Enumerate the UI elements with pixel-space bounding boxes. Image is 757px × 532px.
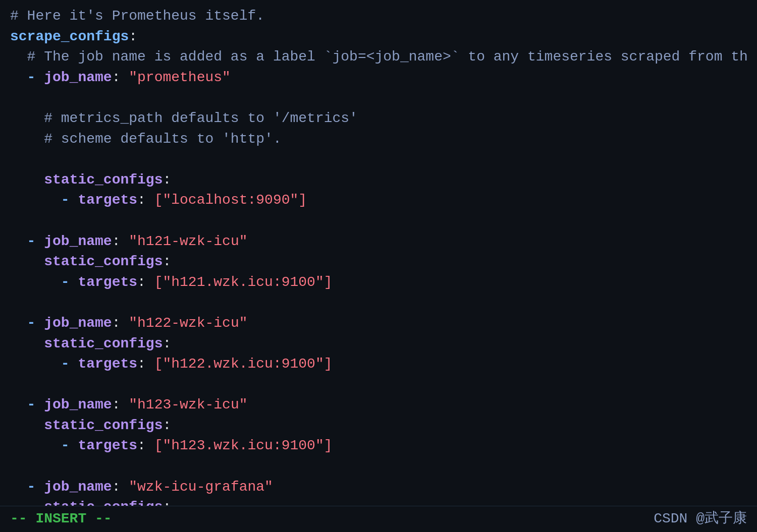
line-4: - job_name: "prometheus" — [10, 68, 747, 88]
watermark-text: CSDN @武子康 — [654, 509, 747, 529]
line-18: - targets: ["h122.wzk.icu:9100"] — [10, 354, 747, 375]
status-bar: -- INSERT -- CSDN @武子康 — [0, 506, 757, 532]
line-21: static_configs: — [10, 416, 747, 436]
line-14: - targets: ["h121.wzk.icu:9100"] — [10, 272, 747, 293]
line-10: - targets: ["localhost:9090"] — [10, 190, 747, 211]
line-19 — [10, 375, 747, 395]
editor: # Here it's Prometheus itself. scrape_co… — [0, 0, 757, 532]
line-23 — [10, 456, 747, 477]
line-16: - job_name: "h122-wzk-icu" — [10, 313, 747, 334]
code-area: # Here it's Prometheus itself. scrape_co… — [0, 4, 757, 532]
line-22: - targets: ["h123.wzk.icu:9100"] — [10, 436, 747, 456]
line-17: static_configs: — [10, 334, 747, 354]
line-1: # Here it's Prometheus itself. — [10, 6, 747, 27]
line-9: static_configs: — [10, 170, 747, 191]
line-2: scrape_configs: — [10, 27, 747, 47]
line-7: # scheme defaults to 'http'. — [10, 129, 747, 150]
line-13: static_configs: — [10, 252, 747, 272]
line-11 — [10, 211, 747, 231]
vim-mode-indicator: -- INSERT -- — [10, 509, 112, 529]
line-20: - job_name: "h123-wzk-icu" — [10, 395, 747, 416]
line-8 — [10, 149, 747, 170]
line-24: - job_name: "wzk-icu-grafana" — [10, 477, 747, 498]
line-12: - job_name: "h121-wzk-icu" — [10, 231, 747, 252]
line-3: # The job name is added as a label `job=… — [10, 47, 747, 68]
line-15 — [10, 292, 747, 313]
line-6: # metrics_path defaults to '/metrics' — [10, 108, 747, 129]
line-5 — [10, 88, 747, 108]
